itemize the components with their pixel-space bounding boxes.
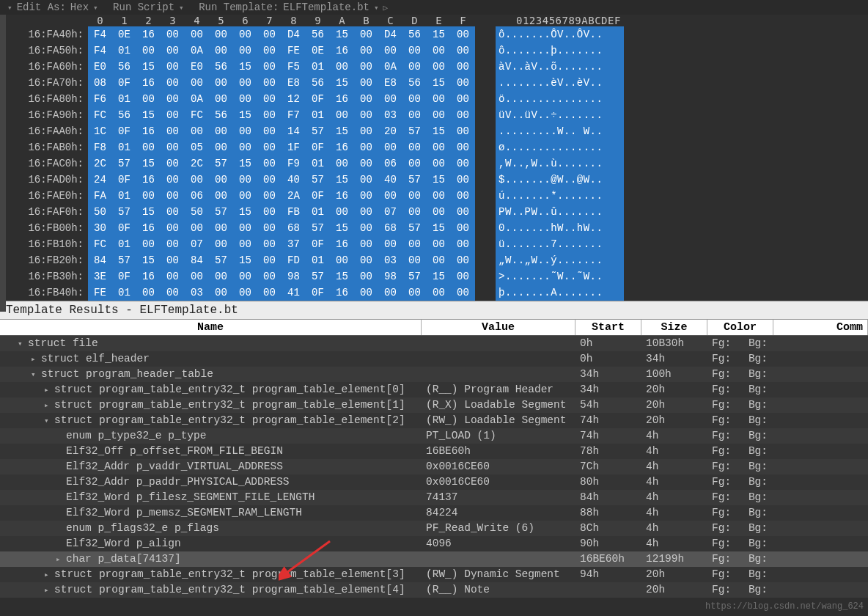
hex-byte[interactable]: FC: [88, 236, 112, 252]
hex-byte[interactable]: 00: [427, 155, 451, 172]
template-row[interactable]: ▸struct program_table_entry32_t program_…: [0, 382, 868, 397]
hex-byte[interactable]: 68: [378, 220, 402, 236]
template-row[interactable]: ▾struct file0h10B30hFg:Bg:: [0, 336, 868, 351]
hex-byte[interactable]: D4: [378, 26, 402, 43]
hex-byte[interactable]: 00: [257, 155, 282, 172]
template-row[interactable]: ▸struct program_table_entry32_t program_…: [0, 397, 868, 413]
hex-row[interactable]: 16:FA50h:F40100000A000000FE0E16000000000…: [0, 43, 868, 59]
hex-byte[interactable]: 00: [209, 220, 233, 236]
hex-byte[interactable]: 57: [209, 155, 233, 172]
hex-byte[interactable]: 16: [136, 220, 161, 236]
chevron-down-icon[interactable]: ▾: [7, 3, 12, 12]
hex-byte[interactable]: 15: [233, 204, 257, 220]
hex-byte[interactable]: 0E: [112, 26, 136, 43]
hex-byte[interactable]: 00: [161, 188, 185, 204]
hex-byte[interactable]: 0F: [306, 188, 330, 204]
hex-byte[interactable]: 00: [427, 59, 451, 75]
hex-byte[interactable]: 16: [330, 91, 354, 107]
hex-byte[interactable]: 00: [451, 59, 475, 75]
hex-byte[interactable]: 07: [185, 236, 209, 252]
hex-row[interactable]: 16:FB30h:3E0F160000000000985715009857150…: [0, 268, 868, 285]
hex-byte[interactable]: 56: [112, 107, 136, 123]
hex-byte[interactable]: 57: [402, 220, 427, 236]
hex-byte[interactable]: 00: [209, 188, 233, 204]
hex-byte[interactable]: 00: [451, 268, 475, 285]
hex-byte[interactable]: 00: [402, 155, 427, 172]
hex-byte[interactable]: 00: [161, 172, 185, 188]
hex-byte[interactable]: 00: [354, 252, 378, 268]
hex-byte[interactable]: F5: [282, 59, 306, 75]
hex-byte[interactable]: 00: [209, 43, 233, 59]
hex-byte[interactable]: 00: [185, 172, 209, 188]
hex-byte[interactable]: 00: [233, 285, 257, 301]
hex-byte[interactable]: 00: [185, 75, 209, 91]
hex-ascii[interactable]: ø...............: [496, 139, 624, 155]
hex-byte[interactable]: 16: [330, 188, 354, 204]
hex-row[interactable]: 16:FB20h:8457150084571500FD0100000300000…: [0, 252, 868, 268]
hex-byte[interactable]: 00: [161, 123, 185, 139]
template-row[interactable]: ▾struct program_table_entry32_t program_…: [0, 413, 868, 428]
hex-byte[interactable]: 00: [427, 139, 451, 155]
hex-bytes[interactable]: FA010000060000002A0F160000000000: [88, 188, 475, 204]
hex-byte[interactable]: 00: [427, 188, 451, 204]
hex-byte[interactable]: 00: [402, 252, 427, 268]
hex-byte[interactable]: 00: [378, 91, 402, 107]
hex-byte[interactable]: 00: [427, 204, 451, 220]
hex-ascii[interactable]: „W..„W..ý.......: [496, 252, 624, 268]
hex-byte[interactable]: 00: [209, 236, 233, 252]
hex-view[interactable]: 0123456789ABCDEF 0123456789ABCDEF 16:FA4…: [0, 15, 868, 301]
hex-byte[interactable]: 00: [257, 107, 282, 123]
hex-byte[interactable]: 01: [306, 59, 330, 75]
hex-byte[interactable]: 0F: [306, 236, 330, 252]
hex-byte[interactable]: 15: [427, 26, 451, 43]
chevron-right-icon[interactable]: ▸: [44, 568, 54, 582]
hex-byte[interactable]: 2A: [282, 188, 306, 204]
hex-byte[interactable]: 00: [257, 220, 282, 236]
template-row[interactable]: enum p_type32_e p_typePT_LOAD (1)74h4hFg…: [0, 428, 868, 444]
hex-byte[interactable]: 05: [185, 139, 209, 155]
hex-byte[interactable]: 3E: [88, 268, 112, 285]
hex-byte[interactable]: 00: [209, 285, 233, 301]
hex-bytes[interactable]: 2C5715002C571500F901000006000000: [88, 155, 475, 172]
hex-byte[interactable]: 00: [257, 252, 282, 268]
hex-byte[interactable]: 00: [402, 204, 427, 220]
hex-byte[interactable]: 06: [185, 188, 209, 204]
hex-byte[interactable]: 57: [306, 220, 330, 236]
template-row[interactable]: Elf32_Word p_memsz_SEGMENT_RAM_LENGTH842…: [0, 505, 868, 521]
hex-byte[interactable]: 50: [88, 204, 112, 220]
hex-byte[interactable]: 00: [354, 220, 378, 236]
hex-byte[interactable]: 57: [306, 123, 330, 139]
hex-byte[interactable]: 98: [282, 268, 306, 285]
hex-ascii[interactable]: 0.......hW..hW..: [496, 220, 624, 236]
hex-byte[interactable]: 00: [161, 91, 185, 107]
hex-byte[interactable]: 00: [257, 43, 282, 59]
hex-byte[interactable]: 00: [161, 59, 185, 75]
hex-byte[interactable]: FD: [282, 252, 306, 268]
hex-bytes[interactable]: 5057150050571500FB01000007000000: [88, 204, 475, 220]
hex-byte[interactable]: 15: [330, 26, 354, 43]
hex-byte[interactable]: 56: [112, 59, 136, 75]
hex-byte[interactable]: 00: [451, 236, 475, 252]
hex-byte[interactable]: 00: [451, 139, 475, 155]
hex-byte[interactable]: 00: [161, 285, 185, 301]
hex-row[interactable]: 16:FAB0h:F8010000050000001F0F16000000000…: [0, 139, 868, 155]
hex-byte[interactable]: 00: [136, 43, 161, 59]
hex-ascii[interactable]: ,W..,W..ù.......: [496, 155, 624, 172]
hex-byte[interactable]: 00: [451, 285, 475, 301]
hex-byte[interactable]: 00: [209, 139, 233, 155]
hex-byte[interactable]: 00: [427, 252, 451, 268]
hex-byte[interactable]: 00: [161, 204, 185, 220]
hex-byte[interactable]: 00: [451, 155, 475, 172]
hex-byte[interactable]: 57: [112, 155, 136, 172]
hex-byte[interactable]: 00: [402, 188, 427, 204]
hex-byte[interactable]: 06: [378, 155, 402, 172]
hex-byte[interactable]: 15: [330, 220, 354, 236]
hex-bytes[interactable]: 080F160000000000E8561500E8561500: [88, 75, 475, 91]
hex-byte[interactable]: 15: [427, 123, 451, 139]
hex-byte[interactable]: 50: [185, 204, 209, 220]
hex-ascii[interactable]: PW..PW..û.......: [496, 204, 624, 220]
hex-byte[interactable]: 15: [233, 59, 257, 75]
hex-byte[interactable]: 84: [185, 252, 209, 268]
hex-byte[interactable]: FA: [88, 188, 112, 204]
hex-ascii[interactable]: >.......˜W..˜W..: [496, 268, 624, 285]
